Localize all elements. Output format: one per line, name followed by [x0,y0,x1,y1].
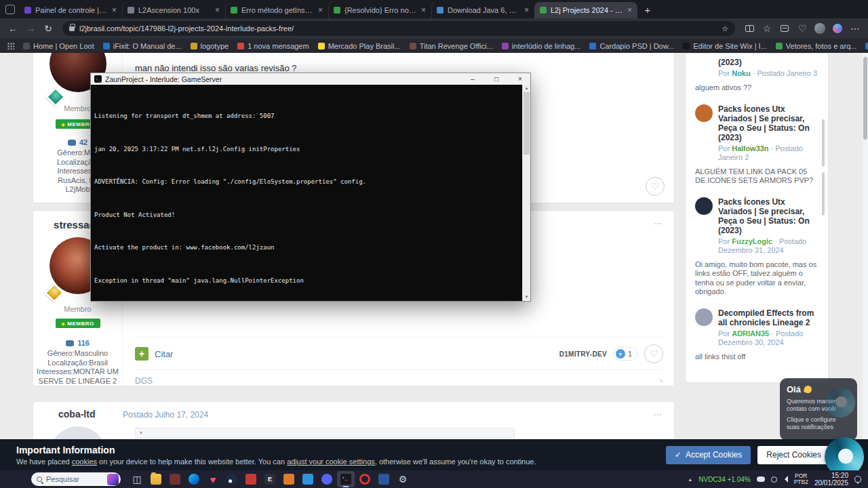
reject-cookies-button[interactable]: Reject Cookies [757,446,830,464]
browser-tab[interactable]: {Resolvido} Erro no login e gam... × [328,2,431,18]
bookmark-star-icon[interactable]: ☆ [722,24,728,33]
quote-block[interactable]: ▾ [135,428,515,438]
tab-actions-icon[interactable] [5,5,15,14]
browser-tab-active[interactable]: L2j Projects 2024 - interlude Pa... × [534,2,637,18]
close-button[interactable]: × [510,73,530,85]
topic-snippet[interactable]: all links thist off [695,352,818,362]
sidebar-scrollbar-thumb[interactable] [822,172,825,216]
browser-tab[interactable]: L2Ascension 100x × [122,2,225,18]
taskbar-app-maroon[interactable] [166,471,184,487]
topic-author[interactable]: Noku [732,69,751,77]
cookie-settings-link[interactable]: adjust your cookie settings [287,458,375,466]
taskbar-app-epic-games[interactable]: E [261,471,279,487]
bookmark-item[interactable]: 1 nova mensagem [237,42,309,50]
language-indicator[interactable]: POR PTB2 [794,473,808,485]
topic-title[interactable]: (2023) [718,58,817,67]
browser-tab[interactable]: Download Java 6, 7, 8, 9, 10, 11... × [431,2,534,18]
taskbar-app-discord[interactable] [318,471,336,487]
apps-grid-icon[interactable] [7,42,14,49]
taskbar-app-orange[interactable] [280,471,298,487]
topic-author[interactable]: Hallow33n [732,144,768,152]
collections-icon[interactable] [777,21,792,36]
quote-button[interactable]: Citar [155,349,173,359]
taskbar-app-doc[interactable] [375,471,393,487]
tab-close-icon[interactable]: × [627,5,632,15]
maximize-button[interactable]: □ [486,73,507,85]
bookmark-item[interactable]: Home | Open Loot [23,42,94,50]
back-icon[interactable]: ← [5,21,20,36]
notification-popup[interactable]: Olá Queremos manter contato com você! Cl… [780,378,857,441]
console-scrollbar[interactable]: ▲ ▼ [522,85,530,301]
bookmark-item[interactable]: Vetores, fotos e arq... [776,42,857,50]
taskbar-app-vscode[interactable] [299,471,317,487]
clock[interactable]: 15:20 20/01/2025 [814,472,848,487]
topic-title[interactable]: Decompiled Effects from all chronicles L… [718,308,818,327]
bookmark-item[interactable]: Editor de Site Wix | I... [683,42,767,50]
browser-menu-icon[interactable]: ⋯ [848,21,863,36]
tray-expand-icon[interactable]: ▲ [688,477,692,482]
cookies-link[interactable]: cookies [72,458,97,466]
browser-tab[interactable]: Painel de controle | Hostinger × [19,2,122,18]
sidebar-scrollbar-thumb[interactable] [822,119,825,167]
notifications-icon[interactable] [854,476,861,483]
reaction-summary[interactable]: ♥ 1 [613,347,638,361]
bookmark-item[interactable]: Mercado Play Brasil... [318,42,401,50]
browser-tab[interactable]: Erro método getInstance() × [225,2,328,18]
topic-title[interactable]: Packs Ícones Utx Variados | Se precisar,… [718,197,818,235]
new-tab-button[interactable]: + [640,2,655,17]
topic-snippet[interactable]: ALGUÉM TEM LINK DA PACK 05 DE ICONES SET… [695,167,818,186]
url-text[interactable]: l2jbrasil.com/topic/147986-l2j-projects-… [79,24,717,33]
bookmark-item[interactable]: Imagens png de Lin... [865,42,868,50]
browser-essentials-icon[interactable]: ♡ [795,21,810,36]
taskbar-app-file-explorer[interactable] [147,471,165,487]
bookmark-item[interactable]: logotype [191,42,229,50]
address-bar[interactable]: l2jbrasil.com/topic/147986-l2j-projects-… [62,21,735,36]
tab-close-icon[interactable]: × [112,5,117,15]
taskbar-app-steam[interactable] [223,471,241,487]
taskbar-app-console-gameserver[interactable]: ›_ [337,471,355,487]
site-logo[interactable] [825,437,864,470]
scroll-down-icon[interactable]: ▼ [523,293,530,301]
console-titlebar[interactable]: ›_ ZaunProject - Interlude: GameServer –… [91,73,530,85]
lock-icon[interactable] [69,26,75,31]
stock-ticker[interactable]: NVDC34 +1.04% [698,476,750,483]
topic-snippet[interactable]: Oi amigo, muito bom pacote, mas os links… [695,260,818,297]
forward-icon[interactable]: → [23,21,38,36]
topic-avatar[interactable] [695,104,713,122]
post-date[interactable]: Postado Julho 17, 2024 [123,410,208,420]
post-options-icon[interactable]: ⋯ [653,409,663,420]
topic-avatar[interactable] [695,308,713,326]
popup-line[interactable]: Clique e configure suas notificações [787,416,850,431]
minimize-button[interactable]: – [462,73,483,85]
hide-signature-icon[interactable]: × [660,378,663,384]
like-button[interactable]: ♡ [644,344,663,363]
favorites-icon[interactable]: ☆ [760,21,774,36]
reaction-author[interactable]: D1MITRY-DEV [559,350,607,358]
copilot-icon[interactable] [830,21,845,36]
page-scrollbar-thumb[interactable] [863,57,867,140]
topic-title[interactable]: Packs Ícones Utx Variados | Se precisar,… [718,104,818,142]
bookmark-item[interactable]: Cardapio PSD | Dow... [589,42,674,50]
topic-author[interactable]: FuzzyLogic [732,237,772,245]
console-scrollbar-thumb[interactable] [524,92,530,155]
post-author-name[interactable]: coba-ltd [58,409,95,420]
topic-snippet[interactable]: alguem ativos ?? [695,83,818,93]
topic-avatar[interactable] [695,197,713,215]
page-scrollbar[interactable] [863,53,868,439]
profile-avatar[interactable] [812,21,827,36]
cloud-icon[interactable] [757,476,765,482]
reload-icon[interactable]: ↻ [41,21,56,36]
tab-close-icon[interactable]: × [215,5,220,15]
taskbar-search[interactable]: Pesquisar [31,472,121,486]
taskbar-app-red[interactable] [242,471,260,487]
taskbar-app-opera-gx[interactable] [356,471,374,487]
bookmark-item[interactable]: Titan Revenge Offici... [410,42,493,50]
post-options-icon[interactable]: ⋯ [653,218,663,228]
multiquote-button[interactable]: + [135,347,149,361]
network-icon[interactable] [771,476,777,483]
taskbar-app-edge[interactable] [185,471,203,487]
taskbar-app-task-view[interactable]: ◫ [128,471,146,487]
bookmark-item[interactable]: iFixit: O Manual de... [103,42,182,50]
accept-cookies-button[interactable]: ✓ Accept Cookies [666,446,751,464]
tab-close-icon[interactable]: × [318,5,323,15]
